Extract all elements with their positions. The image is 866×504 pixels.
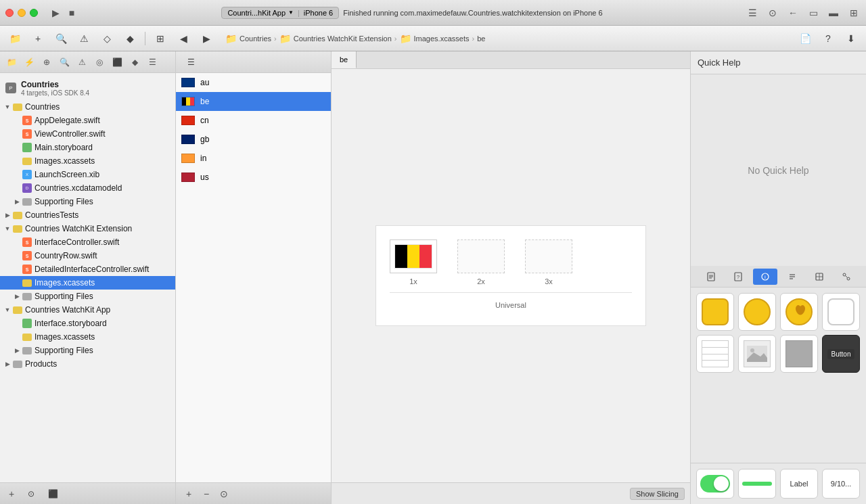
nav-test-icon[interactable]: ◎	[92, 55, 107, 70]
tree-item-datamodel[interactable]: D Countries.xcdatamodeld	[0, 181, 175, 195]
insp-tab-quick[interactable]: ?	[726, 269, 750, 285]
insp-tab-connections[interactable]	[834, 269, 859, 285]
project-header[interactable]: P Countries 4 targets, iOS SDK 8.4	[0, 76, 175, 100]
lib-item-counter[interactable]: 9/10...	[822, 469, 860, 499]
search-flag-button[interactable]: ⊙	[216, 486, 231, 501]
tree-item-mainstoryboard[interactable]: Main.storyboard	[0, 141, 175, 154]
file-inspector-icon[interactable]: 📄	[796, 29, 815, 48]
lib-item-white-square[interactable]	[822, 293, 860, 331]
layout2-icon[interactable]: ▬	[827, 7, 840, 18]
tree-item-interface-storyboard[interactable]: Interface.storyboard	[0, 317, 175, 330]
lib-item-button[interactable]: Button	[822, 335, 860, 373]
disclosure-tests[interactable]	[3, 210, 12, 220]
add-nav-button[interactable]: +	[4, 486, 19, 501]
insp-tab-size[interactable]	[807, 269, 831, 285]
flag-item-gb[interactable]: gb	[176, 130, 331, 149]
button-icon[interactable]: Button	[827, 349, 855, 359]
lib-item-yellow-circle[interactable]	[738, 293, 776, 331]
next-icon[interactable]: ▶	[197, 29, 216, 48]
tree-item-countries-group[interactable]: Countries	[0, 100, 175, 114]
lib-item-image[interactable]	[738, 335, 776, 373]
lib-item-toggle[interactable]	[696, 469, 734, 499]
prev-icon[interactable]: ◀	[174, 29, 193, 48]
disclosure-wkext[interactable]	[3, 224, 12, 233]
breadcrumb-be[interactable]: be	[477, 35, 485, 43]
nav-symbol-icon[interactable]: ⊕	[39, 55, 54, 70]
tree-item-wkapp[interactable]: Countries WatchKit App	[0, 303, 175, 317]
nav-find-icon[interactable]: 🔍	[57, 55, 72, 70]
add-icon[interactable]: +	[28, 29, 47, 48]
disclosure-products[interactable]	[3, 359, 12, 369]
download-icon[interactable]: ⬇	[842, 29, 861, 48]
tree-item-supporting3[interactable]: Supporting Files	[0, 344, 175, 357]
scheme-selector[interactable]: Countri...hKit App ▼ | iPhone 6	[221, 7, 339, 19]
breadcrumb-countries[interactable]: Countries	[240, 35, 271, 43]
lib-item-yellow-apple[interactable]	[780, 293, 818, 331]
asset-tab-be[interactable]: be	[332, 51, 357, 68]
disclosure-countries[interactable]	[3, 102, 12, 112]
disclosure-supporting2[interactable]	[12, 292, 22, 301]
maximize-button[interactable]	[30, 9, 38, 17]
tree-item-launchscreen[interactable]: X LaunchScreen.xib	[0, 168, 175, 181]
flag-item-au[interactable]: au	[176, 73, 331, 92]
tree-item-appdelegate[interactable]: S AppDelegate.swift	[0, 114, 175, 127]
lib-item-slider[interactable]	[738, 469, 776, 499]
layout3-icon[interactable]: ⊞	[847, 7, 861, 18]
breakpoint-icon[interactable]: ◆	[120, 29, 139, 48]
asset-slot-2x-box[interactable]	[457, 239, 505, 273]
tree-item-products[interactable]: Products	[0, 357, 175, 371]
nav-warning-icon[interactable]: ⚠	[74, 55, 89, 70]
grid-icon[interactable]: ⊞	[151, 29, 170, 48]
list-view-icon[interactable]: ☰	[181, 53, 200, 72]
warning-icon[interactable]: ⚠	[74, 29, 93, 48]
stop-button[interactable]: ■	[65, 7, 78, 18]
tree-item-detailed[interactable]: S DetailedInterfaceController.swift	[0, 262, 175, 276]
disclosure-supporting1[interactable]	[12, 197, 22, 206]
insp-tab-identity[interactable]: i	[753, 269, 777, 285]
lib-item-label[interactable]: Label	[780, 469, 818, 499]
remove-flag-button[interactable]: −	[199, 486, 214, 501]
flag-item-be[interactable]: be	[176, 92, 331, 111]
nav-scope-icon[interactable]: ⊙	[22, 484, 41, 503]
insp-tab-attributes[interactable]	[780, 269, 804, 285]
nav-report-icon[interactable]: ☰	[145, 55, 160, 70]
show-slicing-button[interactable]: Show Slicing	[630, 488, 685, 500]
tree-item-wkext[interactable]: Countries WatchKit Extension	[0, 222, 175, 235]
folder-icon[interactable]: 📁	[5, 29, 24, 48]
tree-item-images-wk[interactable]: Images.xcassets	[0, 276, 175, 290]
back-icon[interactable]: ←	[786, 7, 800, 18]
run-button[interactable]: ▶	[49, 7, 62, 18]
navigator-toggle[interactable]: ☰	[746, 7, 759, 18]
diamond-icon[interactable]: ◇	[97, 29, 116, 48]
tree-item-viewcontroller[interactable]: S ViewController.swift	[0, 127, 175, 141]
disclosure-wkapp[interactable]	[3, 305, 12, 315]
activity-icon[interactable]: ⊙	[766, 7, 779, 18]
breadcrumb-watchkit[interactable]: Countries WatchKit Extension	[294, 35, 392, 43]
tree-item-countryrow[interactable]: S CountryRow.swift	[0, 249, 175, 262]
add-flag-button[interactable]: +	[181, 486, 196, 501]
tree-item-interfacecontroller[interactable]: S InterfaceController.swift	[0, 235, 175, 249]
tree-item-supporting1[interactable]: Supporting Files	[0, 195, 175, 208]
flag-item-in[interactable]: in	[176, 149, 331, 168]
nav-breakpoint-icon[interactable]: ◆	[127, 55, 142, 70]
search-icon[interactable]: 🔍	[51, 29, 70, 48]
quick-help-icon[interactable]: ?	[819, 29, 838, 48]
lib-item-table[interactable]	[696, 335, 734, 373]
layout-icon[interactable]: ▭	[806, 7, 820, 18]
tree-item-supporting2[interactable]: Supporting Files	[0, 290, 175, 303]
asset-slot-3x-box[interactable]	[525, 239, 572, 273]
lib-item-yellow-square[interactable]	[696, 293, 734, 331]
tree-item-images-xcassets[interactable]: Images.xcassets	[0, 154, 175, 168]
nav-debug-icon[interactable]: ⬛	[110, 55, 124, 70]
flag-item-us[interactable]: us	[176, 168, 331, 187]
nav-folder-icon[interactable]: 📁	[4, 55, 19, 70]
nav-source-icon[interactable]: ⚡	[22, 55, 37, 70]
insp-tab-file[interactable]	[699, 269, 723, 285]
nav-filter-icon[interactable]: ⬛	[43, 484, 62, 503]
minimize-button[interactable]	[18, 9, 26, 17]
disclosure-supporting3[interactable]	[12, 346, 22, 355]
tree-item-images-wkapp[interactable]: Images.xcassets	[0, 330, 175, 344]
breadcrumb-images[interactable]: Images.xcassets	[414, 35, 470, 43]
tree-item-countriestests[interactable]: CountriesTests	[0, 208, 175, 222]
close-button[interactable]	[5, 9, 14, 17]
